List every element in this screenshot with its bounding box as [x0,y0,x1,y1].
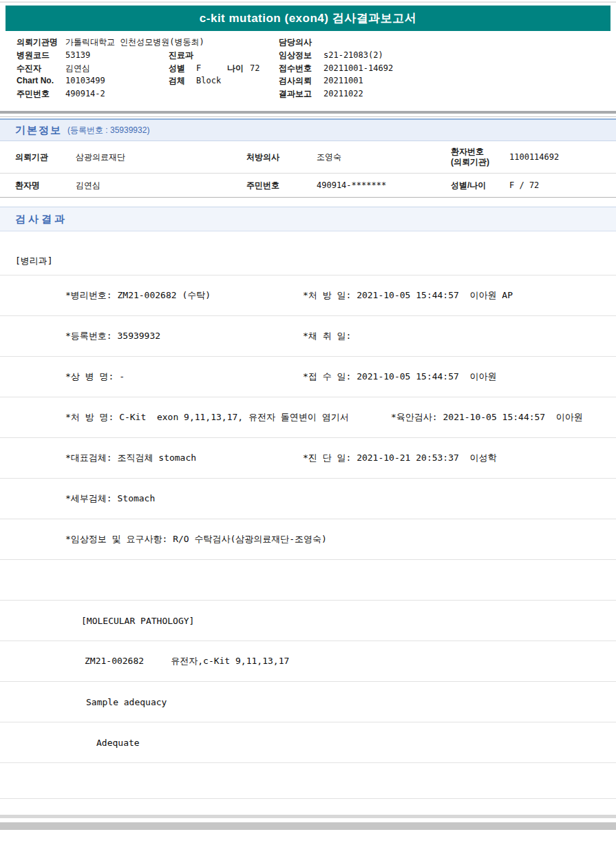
molecular-pathology-heading: [MOLECULAR PATHOLOGY] [81,616,194,626]
thin-separator [0,116,616,117]
result-row: *상 병 명: - *접 수 일: 2021-10-05 15:44:57 이아… [0,357,616,397]
hospital-code-value: 53139 [65,50,90,60]
attending-doctor-label: 담당의사 [279,37,312,47]
request-date-value: 20211001 [323,76,363,85]
patient-no-label: 환자번호 (의뢰기관) [451,147,489,167]
patient-name-value: 김연심 [65,63,90,73]
clinical-info-label: 임상정보 [279,50,312,60]
order-name-line: *처 방 명: C-Kit exon 9,11,13,17, 유전자 돌연변이 … [65,411,349,424]
result-row: *대표검체: 조직검체 stomach *진 단 일: 2021-10-21 2… [0,438,616,479]
footer-bar-dark [0,822,616,830]
pathology-no-line: *병리번호: ZM21-002682 (수탁) [65,289,211,302]
report-title: c-kit mutation (exon4) 검사결과보고서 [200,10,416,26]
result-row: *임상정보 및 요구사항: R/O 수탁검사(삼광의료재단-조영숙) [0,519,616,560]
main-specimen-line: *대표검체: 조직검체 stomach [65,452,196,464]
clinical-request-line: *임상정보 및 요구사항: R/O 수탁검사(삼광의료재단-조영숙) [65,533,327,545]
referrer-org-value: 삼광의료재단 [76,152,125,163]
sub-specimen-line: *세부검체: Stomach [65,492,155,505]
order-date-line: *처 방 일: 2021-10-05 15:44:57 이아원 AP [303,289,513,302]
diagnosis-name-line: *상 병 명: - [65,371,125,383]
receipt-date-line: *접 수 일: 2021-10-05 15:44:57 이아원 [303,371,497,383]
org-name-label: 의뢰기관명 [17,37,58,47]
result-row: Adequate [0,722,616,763]
age-value: 72 [250,63,259,73]
sex-label: 성별 [169,63,185,73]
report-page: c-kit mutation (exon4) 검사결과보고서 의뢰기관명 가톨릭… [0,0,616,854]
specimen-value: Block [196,76,221,85]
report-date-label: 결과보고 [279,89,312,98]
chart-no-value: 10103499 [65,76,105,85]
sex-value: F [196,63,201,73]
collection-date-line: *채 취 일: [303,330,351,342]
report-title-bar: c-kit mutation (exon4) 검사결과보고서 [6,6,610,31]
sample-adequacy-label: Sample adequacy [86,697,167,707]
prescribing-doctor-label: 처방의사 [246,152,279,163]
chart-no-label: Chart No. [17,76,54,85]
basic-info-table: 의뢰기관 삼광의료재단 처방의사 조영숙 환자번호 (의뢰기관) 1100114… [0,141,616,198]
result-row: *처 방 명: C-Kit exon 9,11,13,17, 유전자 돌연변이 … [0,397,616,438]
table-row: 환자명 김연심 주민번호 490914-******* 성별/나이 F / 72 [0,174,616,198]
patient-name-label: 수진자 [17,63,41,73]
receipt-no-label: 접수번호 [279,63,312,73]
clinical-info-value: s21-21083(2) [323,50,383,60]
results-detail-block: [병리과] *병리번호: ZM21-002682 (수탁) *처 방 일: 20… [0,231,616,799]
basic-info-subtitle: (등록번호 : 35939932) [67,125,149,136]
request-date-label: 검사의뢰 [279,76,312,85]
result-row: [병리과] [0,231,616,275]
result-row: ZM21-002682 유전자,c-Kit 9,11,13,17 [0,641,616,682]
results-header: 검사결과 [0,207,616,231]
test-item-line: ZM21-002682 유전자,c-Kit 9,11,13,17 [85,655,289,667]
specimen-label: 검체 [169,76,185,85]
results-title: 검사결과 [15,213,67,226]
result-row [0,560,616,601]
hospital-code-label: 병원코드 [17,50,50,60]
patient-name2-label: 환자명 [15,180,40,191]
sex-age-value: F / 72 [509,180,539,190]
footer-bar-light [0,815,616,818]
prescribing-doctor-value: 조영숙 [317,152,341,163]
org-name-value: 가톨릭대학교 인천성모병원(병동최) [65,37,204,47]
sex-age-label: 성별/나이 [451,180,486,191]
registration-no-line: *등록번호: 35939932 [65,330,160,342]
result-row: *병리번호: ZM21-002682 (수탁) *처 방 일: 2021-10-… [0,275,616,316]
result-row: *등록번호: 35939932 *채 취 일: [0,316,616,357]
rrn2-value: 490914-******* [317,180,386,190]
rrn-value: 490914-2 [65,89,105,98]
rrn-label: 주민번호 [17,89,50,98]
result-row: [MOLECULAR PATHOLOGY] [0,601,616,641]
basic-info-header: 기본정보 (등록번호 : 35939932) [0,118,616,141]
gross-exam-line: *육안검사: 2021-10-05 15:44:57 이아원 [391,411,583,424]
patient-info-block: 의뢰기관명 가톨릭대학교 인천성모병원(병동최) 병원코드 53139 수진자 … [0,33,616,111]
top-rule [0,1,616,3]
department-tag: [병리과] [15,255,53,267]
patient-name2-value: 김연심 [76,180,100,191]
rrn2-label: 주민번호 [246,180,279,191]
thick-separator [0,111,616,114]
dept-label: 진료과 [169,50,193,60]
age-label: 나이 [227,63,244,73]
result-row [0,763,616,799]
basic-info-title: 기본정보 [15,124,62,137]
sample-adequacy-result: Adequate [96,738,140,748]
result-row: Sample adequacy [0,682,616,722]
report-date-value: 20211022 [323,89,363,98]
table-row: 의뢰기관 삼광의료재단 처방의사 조영숙 환자번호 (의뢰기관) 1100114… [0,141,616,174]
result-row: *세부검체: Stomach [0,479,616,519]
patient-no-value: 1100114692 [509,152,559,162]
diagnosis-date-line: *진 단 일: 2021-10-21 20:53:37 이성학 [303,452,497,464]
receipt-no-value: 20211001-14692 [323,63,393,73]
referrer-org-label: 의뢰기관 [15,152,48,163]
